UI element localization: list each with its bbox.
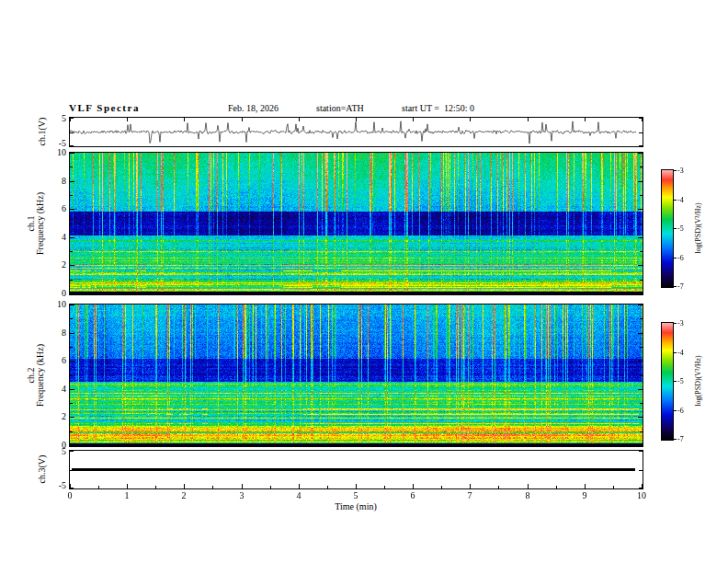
y-tick-mark bbox=[70, 293, 74, 294]
y-minor-tick-mark bbox=[70, 195, 73, 196]
y-minor-tick-mark bbox=[640, 224, 643, 224]
x-tick-label: 10 bbox=[632, 491, 651, 500]
colorbar-tick-mark bbox=[674, 170, 677, 171]
y-minor-tick-mark bbox=[70, 224, 73, 224]
y-tick-label: 2 bbox=[44, 260, 66, 270]
x-minor-tick-mark bbox=[556, 486, 557, 488]
y-tick-mark bbox=[639, 132, 643, 133]
x-tick-mark bbox=[299, 118, 300, 121]
x-tick-mark bbox=[470, 484, 471, 488]
colorbar-tick-mark bbox=[674, 323, 677, 324]
x-axis-label: Time (min) bbox=[319, 501, 392, 511]
x-minor-tick-mark bbox=[212, 486, 213, 488]
start-ut-label: start UT = 12:50: 0 bbox=[402, 103, 474, 113]
y-tick-mark bbox=[638, 445, 643, 446]
colorbar-tick-label: -5 bbox=[677, 378, 694, 385]
y-tick-mark bbox=[638, 237, 643, 238]
colorbar-tick-mark bbox=[674, 200, 677, 201]
y-minor-tick-mark bbox=[70, 375, 73, 376]
y-minor-tick-mark bbox=[70, 318, 73, 319]
y-tick-mark bbox=[70, 470, 74, 471]
y-minor-tick-mark bbox=[640, 431, 643, 432]
colorbar-tick-mark bbox=[674, 439, 677, 440]
colorbar-tick-label: -3 bbox=[677, 320, 694, 327]
y-tick-label: 5 bbox=[44, 114, 66, 123]
x-minor-tick-mark bbox=[327, 486, 328, 488]
x-tick-label: 4 bbox=[290, 491, 308, 500]
y-tick-mark bbox=[638, 417, 643, 418]
y-tick-mark bbox=[638, 265, 643, 266]
x-tick-mark bbox=[127, 118, 128, 121]
y-tick-mark bbox=[70, 304, 74, 305]
colorbar-tick-mark bbox=[674, 352, 677, 353]
ch3-voltage-axis-label: ch.3(V) bbox=[38, 455, 47, 484]
y-tick-mark bbox=[70, 451, 74, 452]
colorbar-tick-label: -6 bbox=[677, 408, 694, 415]
y-minor-tick-mark bbox=[640, 195, 643, 196]
ch2-frequency-axis-label: ch.2 Frequency (kHz) bbox=[27, 344, 45, 407]
y-tick-mark bbox=[70, 417, 74, 418]
colorbar-tick-label: -6 bbox=[677, 255, 694, 262]
x-minor-tick-mark bbox=[98, 486, 99, 488]
x-tick-mark bbox=[642, 484, 643, 488]
x-minor-tick-mark bbox=[384, 486, 385, 488]
x-minor-tick-mark bbox=[155, 486, 156, 488]
x-tick-label: 5 bbox=[347, 491, 365, 500]
x-tick-label: 7 bbox=[461, 491, 479, 500]
y-minor-tick-mark bbox=[70, 431, 73, 432]
x-tick-mark bbox=[413, 118, 414, 121]
y-tick-mark bbox=[70, 237, 74, 238]
y-tick-mark bbox=[638, 209, 643, 210]
colorbar-tick-label: -3 bbox=[677, 167, 694, 175]
x-tick-mark bbox=[299, 484, 300, 488]
colorbar-tick-mark bbox=[674, 410, 677, 411]
ch3-waveform-canvas bbox=[70, 451, 643, 488]
y-minor-tick-mark bbox=[640, 318, 643, 319]
colorbar1-label: log(PSD)(V²/Hz) bbox=[695, 202, 702, 253]
x-tick-label: 9 bbox=[575, 491, 594, 500]
vlf-spectra-figure: VLF Spectra Feb. 18, 2026 station=ATH st… bbox=[0, 0, 728, 563]
y-tick-mark bbox=[70, 333, 74, 334]
x-tick-mark bbox=[184, 484, 185, 488]
y-tick-label: 10 bbox=[44, 300, 66, 309]
colorbar2-gradient bbox=[662, 323, 673, 440]
date-label: Feb. 18, 2026 bbox=[228, 103, 279, 113]
y-tick-label: -5 bbox=[44, 481, 66, 490]
x-tick-mark bbox=[127, 484, 128, 488]
y-tick-mark bbox=[639, 470, 643, 471]
x-tick-mark bbox=[642, 118, 643, 121]
colorbar1-gradient bbox=[662, 170, 673, 287]
y-tick-mark bbox=[70, 389, 74, 390]
y-minor-tick-mark bbox=[640, 347, 643, 348]
y-tick-label: 10 bbox=[44, 148, 66, 157]
x-tick-mark bbox=[528, 484, 529, 488]
colorbar-tick-mark bbox=[674, 258, 677, 259]
y-tick-mark bbox=[638, 293, 643, 294]
y-tick-label: 2 bbox=[44, 412, 66, 421]
ch2-spectrogram-canvas bbox=[70, 304, 643, 446]
y-tick-mark bbox=[70, 145, 74, 146]
y-tick-mark bbox=[638, 181, 643, 182]
x-tick-label: 8 bbox=[518, 491, 537, 500]
x-tick-mark bbox=[70, 118, 71, 121]
y-tick-mark bbox=[70, 265, 74, 266]
y-tick-mark bbox=[638, 153, 643, 154]
colorbar2-label: log(PSD)(V²/Hz) bbox=[695, 355, 702, 406]
y-tick-label: 5 bbox=[44, 447, 66, 456]
x-minor-tick-mark bbox=[270, 486, 271, 488]
x-minor-tick-mark bbox=[441, 486, 442, 488]
station-label: station=ATH bbox=[316, 103, 364, 113]
x-tick-mark bbox=[470, 118, 471, 121]
y-minor-tick-mark bbox=[640, 403, 643, 404]
y-tick-mark bbox=[70, 445, 74, 446]
y-tick-mark bbox=[70, 132, 74, 133]
y-tick-label: 6 bbox=[44, 204, 66, 213]
plot-title: VLF Spectra bbox=[69, 102, 140, 113]
ch2-spectrogram-panel bbox=[69, 304, 643, 447]
colorbar-tick-label: -4 bbox=[677, 350, 694, 357]
colorbar1 bbox=[661, 169, 674, 288]
x-tick-mark bbox=[242, 118, 243, 121]
y-tick-mark bbox=[70, 209, 74, 210]
y-tick-label: 6 bbox=[44, 356, 66, 365]
ch1-frequency-axis-label: ch.1 Frequency (kHz) bbox=[27, 192, 45, 255]
